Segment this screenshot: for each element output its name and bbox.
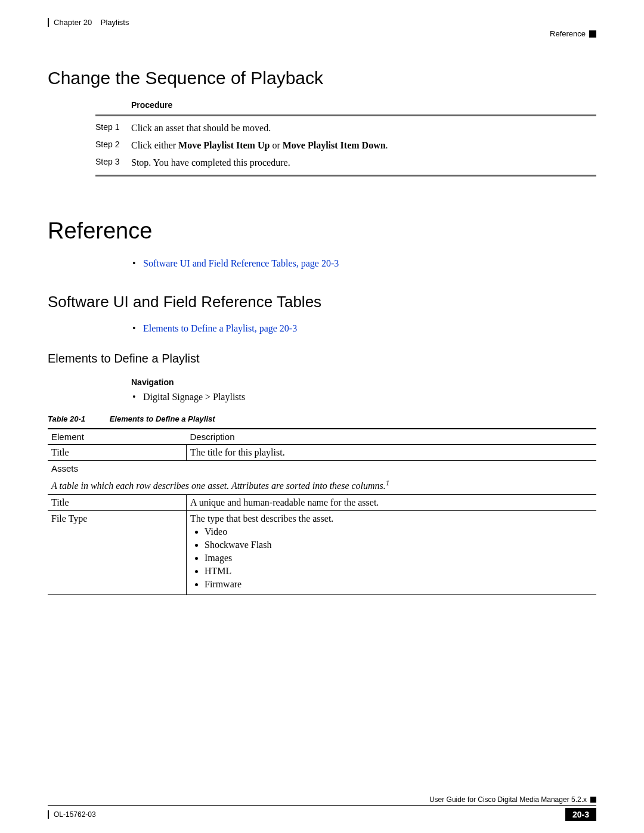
- cell-description: The title for this playlist.: [187, 445, 597, 461]
- header-right: Reference: [48, 29, 596, 38]
- table-row: Title A unique and human-readable name f…: [48, 494, 596, 510]
- assets-note: A table in which each row describes one …: [48, 476, 596, 494]
- procedure-label: Procedure: [131, 100, 596, 110]
- header-chapter: Chapter 20 Playlists: [48, 18, 129, 27]
- header-marker-icon: [589, 30, 596, 38]
- table-row: File Type The type that best describes t…: [48, 510, 596, 594]
- heading-elements: Elements to Define a Playlist: [48, 352, 596, 366]
- table-section-assets: Assets: [48, 461, 596, 476]
- filetype-list: Video Shockwave Flash Images HTML Firmwa…: [190, 527, 593, 590]
- assets-note-row: A table in which each row describes one …: [48, 476, 596, 494]
- th-description: Description: [187, 429, 597, 445]
- footer-guide-title: User Guide for Cisco Digital Media Manag…: [429, 795, 587, 804]
- table-number: Table 20-1: [48, 414, 107, 423]
- step-row: Step 1 Click an asset that should be mov…: [95, 120, 596, 137]
- step-row: Step 3 Stop. You have completed this pro…: [95, 154, 596, 172]
- list-item: Video: [205, 527, 593, 537]
- table-title: Elements to Define a Playlist: [110, 414, 215, 423]
- page-number: 20-3: [565, 808, 596, 821]
- navigation-label: Navigation: [131, 377, 596, 387]
- cell-element: File Type: [48, 510, 187, 594]
- heading-reference: Reference: [48, 218, 596, 244]
- table-caption: Table 20-1 Elements to Define a Playlist: [48, 414, 596, 423]
- elements-table: Element Description Title The title for …: [48, 428, 596, 594]
- chapter-title: Playlists: [101, 18, 129, 27]
- step-label: Step 3: [95, 154, 131, 172]
- list-item: Firmware: [205, 579, 593, 590]
- procedure-steps: Step 1 Click an asset that should be mov…: [95, 114, 596, 176]
- list-item: Images: [205, 553, 593, 563]
- xref-link-elements[interactable]: Elements to Define a Playlist, page 20-3: [143, 323, 596, 334]
- step-row: Step 2 Click either Move Playlist Item U…: [95, 137, 596, 154]
- cell-description: A unique and human-readable name for the…: [187, 494, 597, 510]
- list-item: HTML: [205, 566, 593, 577]
- page-header: Chapter 20 Playlists: [48, 18, 596, 27]
- th-element: Element: [48, 429, 187, 445]
- filetype-desc: The type that best describes the asset.: [190, 513, 333, 524]
- chapter-number: Chapter 20: [54, 18, 92, 27]
- cell-element: Title: [48, 445, 187, 461]
- footer-guide-row: User Guide for Cisco Digital Media Manag…: [48, 795, 596, 806]
- xref-link-software-ui[interactable]: Software UI and Field Reference Tables, …: [143, 258, 596, 269]
- step-label: Step 1: [95, 120, 131, 137]
- assets-label: Assets: [48, 461, 596, 476]
- list-item: Shockwave Flash: [205, 540, 593, 550]
- step-text: Click an asset that should be moved.: [131, 120, 596, 137]
- footer-marker-icon: [590, 797, 596, 803]
- step-text: Click either Move Playlist Item Up or Mo…: [131, 137, 596, 154]
- cell-description: The type that best describes the asset. …: [187, 510, 597, 594]
- heading-change-sequence: Change the Sequence of Playback: [48, 68, 596, 88]
- cell-element: Title: [48, 494, 187, 510]
- page-footer: User Guide for Cisco Digital Media Manag…: [48, 795, 596, 821]
- table-row: Title The title for this playlist.: [48, 445, 596, 461]
- navigation-path: Digital Signage > Playlists: [143, 392, 596, 402]
- step-text: Stop. You have completed this procedure.: [131, 154, 596, 172]
- step-label: Step 2: [95, 137, 131, 154]
- footer-bottom-row: OL-15762-03 20-3: [48, 808, 596, 821]
- header-section-ref: Reference: [550, 29, 586, 38]
- footer-doc-id: OL-15762-03: [48, 810, 96, 819]
- heading-software-ui: Software UI and Field Reference Tables: [48, 293, 596, 311]
